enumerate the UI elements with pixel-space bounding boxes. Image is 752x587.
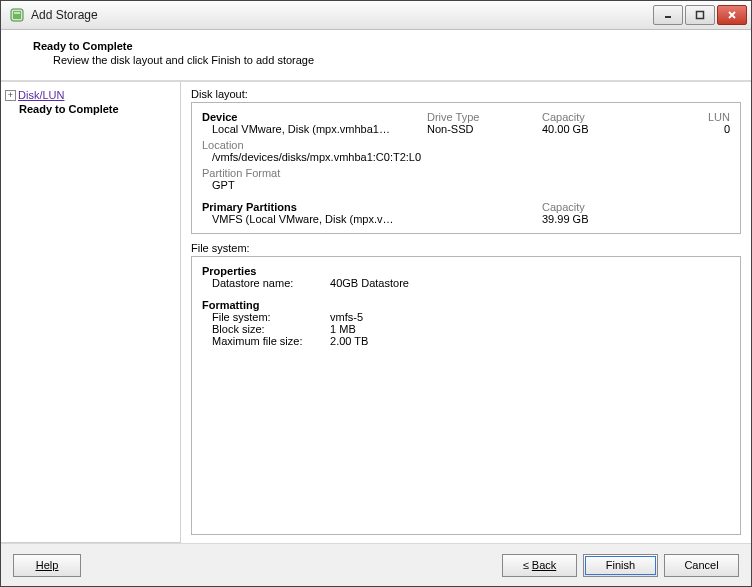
fs-type-label: File system: bbox=[212, 311, 327, 323]
primary-partitions-header: Primary Partitions bbox=[202, 201, 427, 213]
file-system-panel: Properties Datastore name: 40GB Datastor… bbox=[191, 256, 741, 535]
formatting-heading: Formatting bbox=[202, 299, 730, 311]
fs-type-value: vmfs-5 bbox=[330, 311, 363, 323]
device-name: Local VMware, Disk (mpx.vmhba1… bbox=[212, 123, 427, 135]
wizard-footer: Help ≤ Back Finish Cancel bbox=[1, 543, 751, 586]
step-ready-to-complete: Ready to Complete bbox=[19, 102, 176, 116]
partition-capacity-header: Capacity bbox=[542, 201, 662, 213]
wizard-header: Ready to Complete Review the disk layout… bbox=[1, 30, 751, 81]
block-size-value: 1 MB bbox=[330, 323, 356, 335]
device-header-row: Device Drive Type Capacity LUN bbox=[202, 111, 730, 123]
fs-row: File system: vmfs-5 bbox=[202, 311, 730, 323]
file-system-section: File system: Properties Datastore name: … bbox=[191, 242, 741, 535]
max-file-size-value: 2.00 TB bbox=[330, 335, 368, 347]
window-title: Add Storage bbox=[31, 8, 653, 22]
window-controls bbox=[653, 5, 747, 25]
maximize-button[interactable] bbox=[685, 5, 715, 25]
app-icon bbox=[9, 7, 25, 23]
minimize-button[interactable] bbox=[653, 5, 683, 25]
cancel-button[interactable]: Cancel bbox=[664, 554, 739, 577]
titlebar: Add Storage bbox=[1, 1, 751, 30]
file-system-label: File system: bbox=[191, 242, 741, 254]
max-file-size-row: Maximum file size: 2.00 TB bbox=[202, 335, 730, 347]
page-subtitle: Review the disk layout and click Finish … bbox=[53, 54, 743, 66]
properties-heading: Properties bbox=[202, 265, 730, 277]
close-button[interactable] bbox=[717, 5, 747, 25]
wizard-body: + Disk/LUN Ready to Complete Disk layout… bbox=[1, 81, 751, 543]
partitions-header-row: Primary Partitions Capacity bbox=[202, 201, 730, 213]
capacity-header: Capacity bbox=[542, 111, 662, 123]
partition-capacity: 39.99 GB bbox=[542, 213, 662, 225]
partition-format-value: GPT bbox=[202, 179, 730, 191]
help-button[interactable]: Help bbox=[13, 554, 81, 577]
datastore-name-value: 40GB Datastore bbox=[330, 277, 409, 289]
disk-layout-section: Disk layout: Device Drive Type Capacity … bbox=[191, 88, 741, 234]
location-value: /vmfs/devices/disks/mpx.vmhba1:C0:T2:L0 bbox=[202, 151, 730, 163]
tree-expand-icon[interactable]: + bbox=[5, 90, 16, 101]
finish-button[interactable]: Finish bbox=[583, 554, 658, 577]
block-size-label: Block size: bbox=[212, 323, 327, 335]
svg-rect-4 bbox=[697, 12, 704, 19]
partition-row: VMFS (Local VMware, Disk (mpx.v… 39.99 G… bbox=[202, 213, 730, 225]
wizard-steps: + Disk/LUN Ready to Complete bbox=[1, 82, 181, 543]
device-drive-type: Non-SSD bbox=[427, 123, 542, 135]
svg-rect-2 bbox=[14, 12, 20, 14]
location-label: Location bbox=[202, 139, 730, 151]
datastore-name-label: Datastore name: bbox=[212, 277, 327, 289]
partition-format-label: Partition Format bbox=[202, 167, 730, 179]
wizard-content: Disk layout: Device Drive Type Capacity … bbox=[181, 82, 751, 543]
step-disk-lun[interactable]: + Disk/LUN bbox=[5, 88, 176, 102]
cancel-button-label: Cancel bbox=[684, 559, 718, 571]
partition-name: VMFS (Local VMware, Disk (mpx.v… bbox=[212, 213, 427, 225]
finish-button-label: Finish bbox=[606, 559, 635, 571]
add-storage-window: Add Storage Ready to Complete Review the… bbox=[0, 0, 752, 587]
device-lun: 0 bbox=[662, 123, 730, 135]
back-button[interactable]: ≤ Back bbox=[502, 554, 577, 577]
back-button-label: Back bbox=[532, 559, 556, 571]
device-header: Device bbox=[202, 111, 427, 123]
datastore-name-row: Datastore name: 40GB Datastore bbox=[202, 277, 730, 289]
page-title: Ready to Complete bbox=[33, 40, 743, 52]
help-button-label: Help bbox=[36, 559, 59, 571]
device-capacity: 40.00 GB bbox=[542, 123, 662, 135]
max-file-size-label: Maximum file size: bbox=[212, 335, 327, 347]
block-size-row: Block size: 1 MB bbox=[202, 323, 730, 335]
drive-type-header: Drive Type bbox=[427, 111, 542, 123]
step-disk-lun-label[interactable]: Disk/LUN bbox=[18, 89, 64, 101]
disk-layout-panel: Device Drive Type Capacity LUN Local VMw… bbox=[191, 102, 741, 234]
device-row: Local VMware, Disk (mpx.vmhba1… Non-SSD … bbox=[202, 123, 730, 135]
disk-layout-label: Disk layout: bbox=[191, 88, 741, 100]
lun-header: LUN bbox=[662, 111, 730, 123]
